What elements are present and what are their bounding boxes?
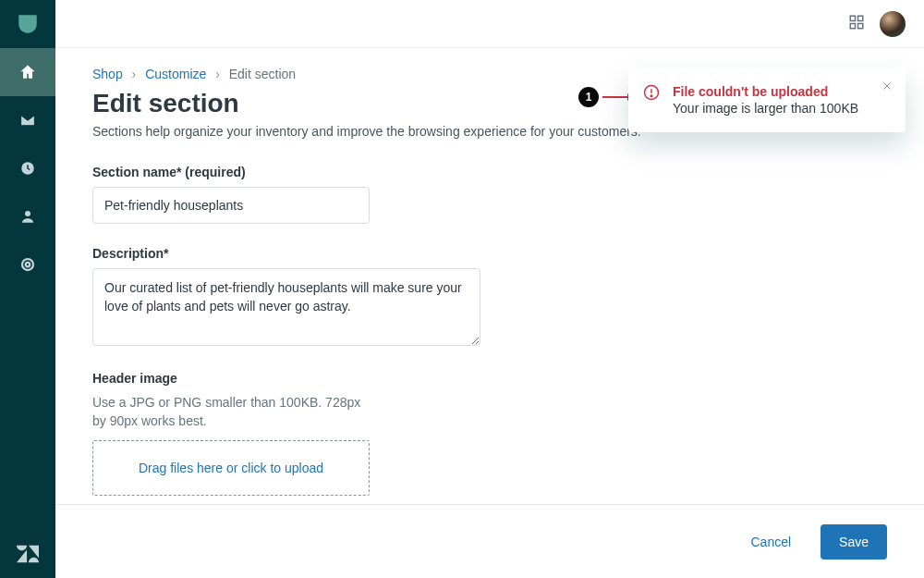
field-description: Description* xyxy=(92,246,887,349)
chevron-right-icon: › xyxy=(132,67,137,81)
svg-rect-5 xyxy=(858,16,863,20)
error-toast: File couldn't be uploaded Your image is … xyxy=(628,68,906,132)
home-icon xyxy=(18,63,37,81)
clock-icon xyxy=(19,160,36,177)
svg-rect-4 xyxy=(850,16,855,20)
mail-icon xyxy=(18,111,37,129)
header-image-help: Use a JPG or PNG smaller than 100KB. 728… xyxy=(92,393,370,431)
svg-point-3 xyxy=(26,263,30,267)
chevron-right-icon: › xyxy=(215,67,220,81)
sidebar-item-user[interactable] xyxy=(0,192,55,240)
svg-rect-7 xyxy=(858,24,863,29)
description-label: Description* xyxy=(92,246,887,261)
toast-title: File couldn't be uploaded xyxy=(673,84,869,99)
header-image-label: Header image xyxy=(92,371,887,386)
toast-close-button[interactable] xyxy=(878,77,896,95)
footer: Cancel Save xyxy=(55,504,924,578)
svg-point-10 xyxy=(650,95,652,97)
sidebar-item-home[interactable] xyxy=(0,48,55,96)
save-button[interactable]: Save xyxy=(821,524,887,560)
section-name-input[interactable] xyxy=(92,187,370,224)
field-section-name: Section name* (required) xyxy=(92,165,887,224)
breadcrumb-current: Edit section xyxy=(229,67,296,81)
alert-circle-icon xyxy=(643,84,660,104)
sidebar xyxy=(0,0,55,578)
apps-grid-icon[interactable] xyxy=(848,14,865,33)
svg-point-1 xyxy=(25,211,30,216)
field-header-image: Header image Use a JPG or PNG smaller th… xyxy=(92,371,887,496)
svg-rect-6 xyxy=(850,24,855,29)
upload-dropzone[interactable]: Drag files here or click to upload xyxy=(92,440,370,496)
topbar xyxy=(55,0,924,48)
dropzone-text: Drag files here or click to upload xyxy=(139,461,323,475)
breadcrumb-shop[interactable]: Shop xyxy=(92,67,123,81)
toast-body: Your image is larger than 100KB xyxy=(673,101,869,116)
description-textarea[interactable] xyxy=(92,268,480,346)
user-avatar[interactable] xyxy=(880,11,906,37)
lifebuoy-icon xyxy=(19,256,36,273)
zendesk-logo xyxy=(0,530,55,578)
close-icon xyxy=(881,80,893,92)
sidebar-item-mail[interactable] xyxy=(0,96,55,144)
app-logo xyxy=(0,0,55,48)
svg-point-2 xyxy=(22,259,33,270)
callout-badge: 1 xyxy=(578,87,599,107)
sidebar-item-time[interactable] xyxy=(0,144,55,192)
breadcrumb-customize[interactable]: Customize xyxy=(145,67,206,81)
section-name-label: Section name* (required) xyxy=(92,165,887,179)
cancel-button[interactable]: Cancel xyxy=(743,525,798,559)
sidebar-item-help[interactable] xyxy=(0,240,55,289)
user-icon xyxy=(19,208,36,225)
